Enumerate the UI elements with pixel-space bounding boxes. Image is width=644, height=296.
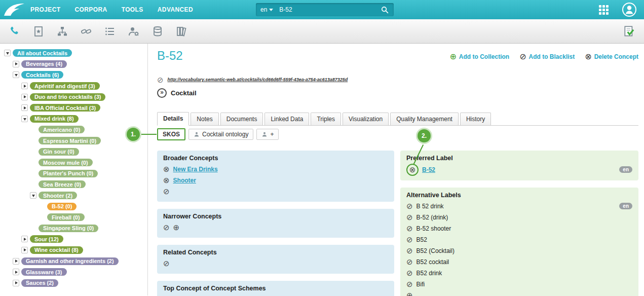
repository-icon[interactable] (174, 24, 189, 39)
remove-concept-icon[interactable]: ⊗ (163, 176, 170, 184)
add-to-collection-button[interactable]: ⊕Add to Collection (449, 53, 509, 61)
search-icon[interactable] (381, 6, 389, 14)
add-to-blacklist-button[interactable]: ⊘Add to Blacklist (519, 53, 575, 61)
tree-node-planter-s-punch-0[interactable]: Planter's Punch (0) (39, 170, 98, 177)
tree-row: Espresso Martini (0) (2, 135, 147, 146)
alternative-label-row: ⊘B-52 shooter (406, 223, 632, 234)
tree-node-beverages-4[interactable]: Beverages (4) (21, 60, 67, 68)
tab-linked-data[interactable]: Linked Data (264, 113, 309, 125)
menu-item-advanced[interactable]: ADVANCED (158, 6, 193, 13)
tree-row: Fireball (0) (2, 212, 147, 223)
menu-item-project[interactable]: PROJECT (30, 6, 60, 13)
menu-item-corpora[interactable]: CORPORA (74, 6, 107, 13)
tree-expand-toggle-icon[interactable] (13, 61, 19, 67)
tree-row: All about Cocktails (2, 48, 147, 59)
delete-circle-icon: ⊗ (585, 53, 591, 61)
preferred-label-value[interactable]: B-52 (422, 166, 435, 173)
tree-expand-toggle-icon[interactable] (21, 247, 28, 253)
tree-node-espresso-martini-0[interactable]: Espresso Martini (0) (39, 137, 101, 144)
search-language-selector[interactable]: en (260, 6, 273, 13)
tree-collapse-toggle-icon[interactable] (4, 50, 11, 56)
tab-details[interactable]: Details (157, 112, 189, 126)
tree-node-singapore-sling-0[interactable]: Singapore Sling (0) (39, 225, 98, 232)
tree-node-wine-cocktail-8[interactable]: Wine cocktail (8) (30, 246, 83, 254)
subtab-add-ontology[interactable]: + (256, 129, 279, 140)
search-input[interactable]: B-52 (279, 6, 381, 13)
tab-quality-management[interactable]: Quality Management (390, 113, 459, 125)
tree-collapse-toggle-icon[interactable] (21, 116, 28, 122)
remove-concept-icon[interactable]: ⊗ (163, 165, 170, 173)
user-settings-icon[interactable] (126, 24, 141, 39)
document-check-icon[interactable] (622, 24, 637, 39)
tab-history[interactable]: History (460, 113, 491, 125)
broader-concept-link[interactable]: New Era Drinks (173, 166, 218, 173)
tree-node-ap-ritif-and-digestif-3[interactable]: Apéritif and digestif (3) (30, 82, 100, 90)
alternative-label-row: ⊘B52 (Cocktail) (406, 245, 632, 256)
menu-item-tools[interactable]: TOOLS (122, 6, 143, 13)
tree-node-moscow-mule-0[interactable]: Moscow mule (0) (39, 159, 93, 166)
tree-expand-toggle-icon[interactable] (13, 258, 19, 265)
tree-expand-toggle-icon[interactable] (21, 236, 28, 242)
tree-node-fireball-0[interactable]: Fireball (0) (47, 213, 85, 221)
list-icon[interactable] (102, 24, 118, 39)
tree-node-cocktails-6[interactable]: Cocktails (6) (21, 71, 63, 79)
label-link-icon[interactable]: ⊘ (406, 202, 413, 210)
tree-node-sea-breeze-0[interactable]: Sea Breeze (0) (39, 180, 86, 188)
label-link-icon[interactable]: ⊘ (406, 213, 413, 221)
tree-node-shooter-2[interactable]: Shooter (2) (39, 192, 77, 199)
tree-node-sauces-2[interactable]: Sauces (2) (21, 279, 58, 287)
tree-expand-toggle-icon[interactable] (13, 280, 19, 286)
delete-concept-button[interactable]: ⊗Delete Concept (585, 53, 638, 61)
tree-node-gin-sour-0[interactable]: Gin sour (0) (39, 148, 79, 156)
language-badge: en (619, 203, 632, 209)
tree-node-mixed-drink-8[interactable]: Mixed drink (8) (30, 115, 79, 123)
label-link-icon[interactable]: ⊘ (406, 258, 413, 266)
tree-expand-toggle-icon[interactable] (21, 83, 28, 89)
search-box[interactable]: en B-52 (256, 3, 394, 16)
tree-node-glassware-3[interactable]: Glassware (3) (21, 268, 67, 276)
subtab-skos[interactable]: SKOS1. (157, 128, 185, 140)
subtab-cocktail-ontology[interactable]: Cocktail ontology (188, 129, 253, 140)
tree-node-all-about-cocktails[interactable]: All about Cocktails (13, 49, 72, 57)
tree-expand-toggle-icon[interactable] (21, 94, 28, 100)
phone-icon[interactable] (7, 24, 22, 39)
tab-visualization[interactable]: Visualization (343, 113, 389, 125)
link-concept-icon[interactable]: ⊘ (163, 188, 170, 195)
tree-collapse-toggle-icon[interactable] (30, 192, 36, 199)
label-link-icon[interactable]: ⊘ (406, 225, 413, 232)
broader-concept-link[interactable]: Shooter (173, 177, 196, 184)
tab-triples[interactable]: Triples (311, 113, 341, 125)
tree-expand-toggle-icon[interactable] (21, 104, 28, 111)
tree-node-americano-0[interactable]: Americano (0) (39, 126, 85, 133)
panel-title: Broader Concepts (163, 155, 388, 162)
remove-label-icon[interactable]: ⊗ (409, 166, 416, 173)
apps-grid-icon[interactable] (599, 5, 609, 15)
tab-notes[interactable]: Notes (191, 113, 218, 125)
poolparty-logo[interactable] (0, 0, 28, 19)
link-icon[interactable] (79, 24, 94, 39)
label-link-icon[interactable]: ⊘ (406, 236, 413, 243)
main-menu: PROJECTCORPORATOOLSADVANCED (30, 6, 193, 13)
link-concept-icon[interactable]: ⊘ (163, 260, 170, 267)
hierarchy-icon[interactable] (55, 24, 70, 39)
add-concept-icon[interactable]: ⊕ (173, 224, 180, 231)
tree-node-duo-and-trio-cocktails-3[interactable]: Duo and trio cocktails (3) (30, 93, 105, 101)
tree-node-sour-12[interactable]: Sour (12) (30, 235, 63, 243)
label-link-icon[interactable]: ⊘ (406, 280, 413, 288)
tree-expand-toggle-icon[interactable] (13, 269, 19, 275)
tree-node-iba-official-cocktail-3[interactable]: IBA Official Cocktail (3) (30, 104, 100, 112)
tree-collapse-toggle-icon[interactable] (13, 71, 19, 78)
add-label-icon[interactable]: ⊕ (406, 291, 413, 296)
labels-column: Preferred Label ⊗ 2. B-52 en Alternative… (400, 151, 638, 296)
tree-node-b-52-0[interactable]: B-52 (0) (47, 203, 77, 210)
link-concept-icon[interactable]: ⊘ (163, 224, 170, 231)
annotation-ring: ⊗ 2. (406, 164, 419, 176)
label-link-icon[interactable]: ⊘ (406, 269, 413, 277)
label-link-icon[interactable]: ⊘ (406, 247, 413, 254)
user-avatar-icon[interactable] (622, 2, 637, 17)
database-icon[interactable] (150, 24, 165, 39)
tab-documents[interactable]: Documents (220, 113, 263, 125)
favorite-document-icon[interactable] (31, 24, 46, 39)
tree-node-garnish-and-other-ingredients-2[interactable]: Garnish and other ingredients (2) (21, 257, 119, 265)
concept-uri-link[interactable]: http://vocabulary.semantic-web.at/cockta… (168, 77, 348, 82)
